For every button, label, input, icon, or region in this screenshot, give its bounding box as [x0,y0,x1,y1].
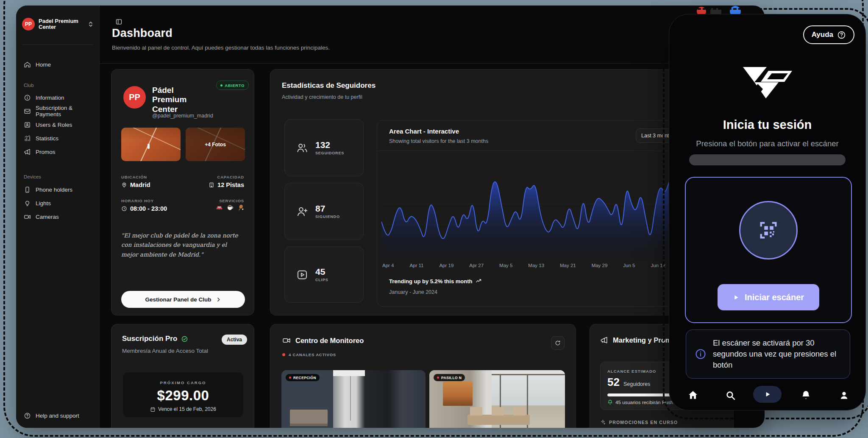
scanner-info-box: El escáner se activará por 30 segundos u… [686,329,850,379]
stat-value: 132 [315,140,344,149]
sidebar-item-label: Users & Roles [36,122,72,128]
chevron-right-icon [216,297,221,302]
x-axis-ticks: Apr 4Apr 11Apr 19Apr 27May 5May 13May 21… [382,263,665,268]
services-label: SERVICIOS [219,198,244,203]
mail-icon [24,108,31,115]
check-circle-icon [181,335,188,343]
area-chart-card: Area Chart - Interactive Showing total v… [377,120,674,307]
hours-label: HORARIO HOY [121,198,154,203]
monitoring-title: Centro de Monitoreo [295,337,364,345]
camera-feed-recepcion[interactable]: RECEPCIÓN [281,370,426,428]
megaphone-icon [600,336,608,344]
followers-stats-card: Estadísticas de Seguidores Actividad y c… [270,69,679,315]
promos-section-header: PROMOCIONES EN CURSO [600,419,678,425]
location-label: UBICACIÓN [121,175,147,179]
x-tick-label: May 21 [560,263,576,268]
status-label: ABIERTO [225,83,245,88]
camera-feed-pasillo[interactable]: PASILLO N [429,370,565,428]
stat-label: SEGUIDORES [315,151,344,155]
x-tick-label: Apr 19 [439,263,453,268]
workspace-name: Padel Premium Center [39,18,84,31]
sidebar-item-phone-holders[interactable]: Phone holders [19,183,96,196]
reach-unit: Seguidores [623,381,650,387]
bar-chart-icon [24,135,31,142]
sidebar-item-label: Information [36,95,64,101]
manage-club-button[interactable]: Gestionar Panel de Club [121,291,245,308]
lightbulb-icon [24,200,31,207]
club-quote: "El mejor club de pádel de la zona norte… [121,231,245,259]
x-tick-label: Jun 5 [623,263,635,268]
sidebar-item-statistics[interactable]: Statistics [19,132,96,145]
stat-label: SIGUIENDO [315,215,340,219]
sidebar-item-information[interactable]: Information [19,91,96,104]
stat-tile-seguidores: 132SEGUIDORES [284,119,364,176]
location-value: Madrid [121,181,150,188]
player-figure [147,144,150,149]
trending-up-icon [476,278,482,285]
home-icon[interactable] [684,386,702,405]
sidebar-item-lights[interactable]: Lights [19,197,96,209]
sidebar-item-cameras[interactable]: Cameras [19,210,96,223]
profile-icon[interactable] [835,386,853,405]
x-tick-label: May 29 [592,263,608,268]
play-tab-pill[interactable] [753,386,782,403]
qr-scan-target[interactable] [739,201,798,259]
map-pin-icon [121,182,127,188]
racket-icon [237,204,244,211]
sidebar-item-label: Statistics [36,135,58,142]
subscription-subtitle: Membresía Anual de Acceso Total [122,348,208,354]
x-tick-label: Apr 27 [469,263,484,268]
status-dot-icon [220,84,223,86]
sidebar-item-home[interactable]: Home [19,58,96,71]
question-circle-icon [837,31,846,39]
info-circle-icon [24,94,31,101]
club-photo-more[interactable]: +4 Fotos [186,128,245,161]
rec-dot-icon [437,377,439,379]
sidebar-item-label: Cameras [36,214,59,220]
chart-header [377,120,674,151]
sidebar-item-promos[interactable]: Promos [19,145,96,158]
calendar-icon [150,407,156,412]
building-icon [209,182,214,188]
sidebar-item-users-roles[interactable]: Users & Roles [19,118,96,131]
area-chart [381,157,670,261]
workspace-switcher[interactable]: PP Padel Premium Center [22,16,93,33]
scanner-info-text: El escáner se activará por 30 segundos u… [713,338,841,371]
reach-value: 52 [607,376,620,389]
refresh-button[interactable] [551,336,565,350]
sidebar-item-help-support[interactable]: Help and support [19,409,96,422]
phone-title: Inicia tu sesión [669,118,865,132]
id-card-icon [24,121,31,128]
video-camera-icon [282,336,291,345]
sidebar-item-subscription-payments[interactable]: Subscription & Payments [19,105,96,117]
capacity-label: CAPACIDAD [217,175,245,179]
club-photo-1[interactable] [121,128,181,161]
sidebar-item-label: Subscription & Payments [36,105,96,117]
followers-title: Estadísticas de Seguidores [282,81,376,90]
qr-code-icon [757,219,779,241]
reach-label: ALCANCE ESTIMADO [607,369,656,374]
rec-dot-icon [289,377,291,379]
sidebar-toggle-icon[interactable] [113,16,125,28]
video-play-icon [296,268,309,281]
sidebar: PP Padel Premium Center Home Club Inform… [16,6,100,428]
search-icon[interactable] [721,386,740,405]
chevrons-up-down-icon [88,21,93,27]
help-button[interactable]: Ayuda [803,25,854,44]
chart-title: Area Chart - Interactive [389,128,459,135]
stat-value: 87 [315,204,340,213]
clock-icon [121,206,127,212]
stat-tile-siguiendo: 87SIGUIENDO [284,183,364,240]
sidebar-item-label: Help and support [36,413,79,419]
start-scanner-button[interactable]: Iniciar escáner [718,284,819,310]
more-photos-overlay: +4 Fotos [186,128,245,161]
sidebar-item-label: Home [36,61,51,68]
info-circle-icon [695,348,707,360]
bell-icon[interactable] [796,386,815,405]
x-tick-label: May 13 [528,263,544,268]
scanner-panel: Iniciar escáner [685,177,852,323]
sidebar-item-label: Promos [36,149,56,155]
monitoring-card: Centro de Monitoreo 4 CANALES ACTIVOS RE… [270,324,576,428]
chart-subtitle: Showing total visitors for the last 3 mo… [389,138,488,144]
x-tick-label: Apr 11 [409,263,423,268]
